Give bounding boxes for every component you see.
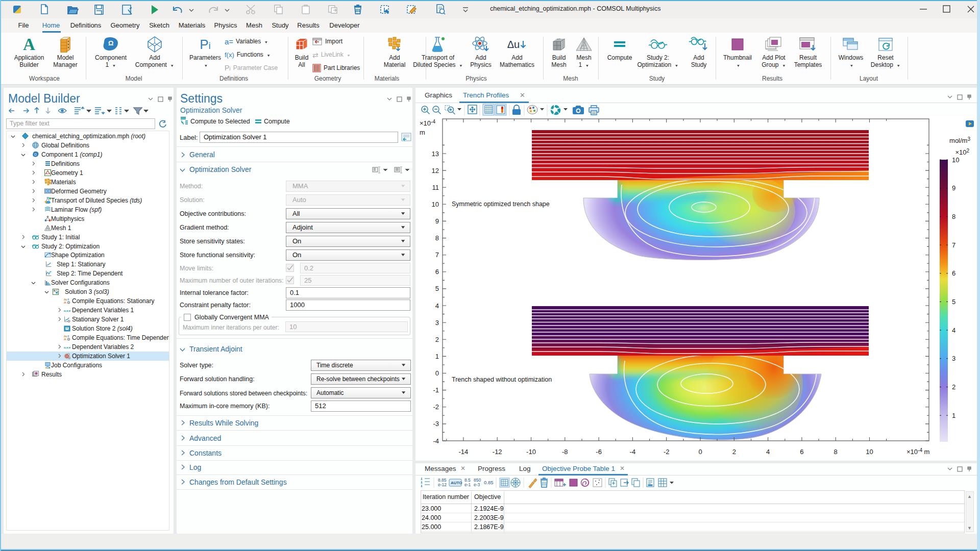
- svg-text:10: 10: [432, 201, 439, 208]
- svg-text:6: 6: [952, 269, 955, 277]
- svg-text:∂t: ∂t: [64, 301, 66, 304]
- svg-text:-12: -12: [493, 448, 502, 456]
- svg-text:m: m: [420, 129, 425, 136]
- svg-text:2: 2: [435, 336, 439, 343]
- svg-text:2: 2: [732, 448, 736, 456]
- svg-text:Ω: Ω: [34, 153, 37, 156]
- svg-text:6: 6: [800, 448, 803, 456]
- svg-text:7: 7: [435, 251, 439, 259]
- svg-text:u,v,w: u,v,w: [64, 346, 70, 349]
- svg-text:2: 2: [952, 383, 955, 391]
- svg-text:-2: -2: [433, 403, 439, 411]
- svg-text:8: 8: [834, 448, 838, 456]
- svg-text:-1: -1: [433, 386, 439, 394]
- svg-text:8: 8: [435, 234, 439, 242]
- svg-text:5: 5: [435, 285, 439, 292]
- svg-text:Trench shaped without optimiza: Trench shaped without optimization: [452, 376, 552, 383]
- svg-text:3: 3: [435, 319, 439, 327]
- svg-text:0.85: 0.85: [484, 480, 494, 485]
- svg-text:e-3: e-3: [474, 482, 480, 487]
- svg-text:7: 7: [952, 241, 955, 249]
- svg-text:13: 13: [432, 150, 439, 158]
- svg-text:Ω: Ω: [108, 39, 113, 47]
- svg-text:4: 4: [952, 327, 955, 334]
- svg-text:8: 8: [952, 213, 955, 220]
- svg-text:-4: -4: [433, 437, 439, 445]
- svg-text:AUTO: AUTO: [451, 481, 462, 485]
- svg-text:-10: -10: [526, 448, 536, 456]
- svg-text:0: 0: [435, 369, 439, 377]
- svg-text:u,v,w: u,v,w: [64, 309, 70, 312]
- svg-text:1: 1: [952, 412, 955, 419]
- svg-text:10: 10: [952, 156, 959, 164]
- svg-text:9: 9: [952, 184, 955, 192]
- svg-text:-4: -4: [630, 448, 636, 456]
- svg-text:9: 9: [435, 217, 439, 225]
- svg-text:∂t: ∂t: [64, 338, 66, 341]
- svg-text:-8: -8: [562, 448, 568, 456]
- svg-text:e-1: e-1: [464, 482, 471, 487]
- svg-text:3: 3: [952, 355, 955, 362]
- svg-text:-6: -6: [596, 448, 602, 456]
- svg-text:12: 12: [432, 167, 439, 174]
- svg-text:4: 4: [766, 448, 770, 456]
- svg-text:Symmetric optimized trench sha: Symmetric optimized trench shape: [452, 201, 550, 208]
- svg-text:-14: -14: [459, 448, 469, 456]
- svg-text:0: 0: [698, 448, 702, 456]
- svg-text:5: 5: [952, 298, 955, 306]
- svg-text:1: 1: [435, 353, 439, 360]
- svg-text:mol/m3: mol/m3: [949, 136, 970, 144]
- svg-text:6: 6: [435, 268, 439, 276]
- svg-text:-3: -3: [433, 420, 439, 428]
- svg-text:11: 11: [432, 184, 439, 191]
- svg-text:4: 4: [435, 302, 439, 310]
- svg-text:-2: -2: [664, 448, 670, 456]
- svg-text:e-12: e-12: [438, 482, 447, 487]
- svg-text:10: 10: [866, 448, 873, 456]
